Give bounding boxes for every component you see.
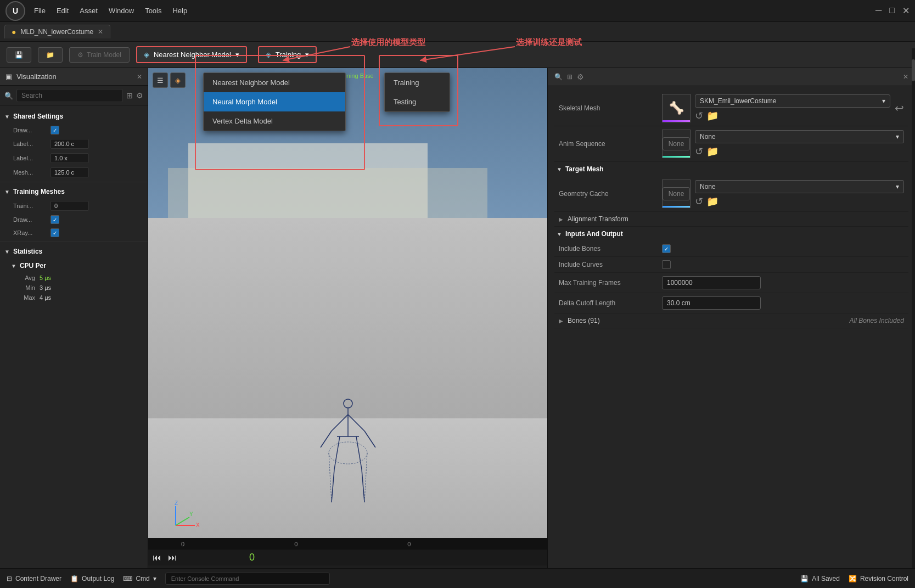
viewport-bg[interactable]: ☰ ◈ Training Base	[148, 68, 547, 568]
skeletal-mesh-reset-btn[interactable]: ↺	[695, 110, 703, 122]
alignment-transform-label: Alignment Transform	[568, 215, 628, 223]
viewport-menu-button[interactable]: ☰	[153, 72, 168, 88]
menu-edit[interactable]: Edit	[57, 7, 69, 15]
anim-sequence-controls: None None ▾ ↺ 📁	[662, 130, 904, 158]
console-input[interactable]	[165, 573, 330, 585]
viewport-perspective-button[interactable]: ◈	[170, 72, 186, 88]
label2-prop-row: Label... 1.0 x	[0, 151, 148, 165]
search-input[interactable]	[16, 89, 123, 102]
cpu-per-section[interactable]: ▼ CPU Per	[0, 259, 148, 273]
output-log-button[interactable]: 📋 Output Log	[70, 575, 114, 583]
inputs-output-label: Inputs And Output	[565, 230, 623, 238]
svg-text:Y: Y	[189, 511, 193, 517]
menu-tools[interactable]: Tools	[145, 7, 161, 15]
left-panel-content: ▼ Shared Settings Draw... ✓ Label... 200…	[0, 106, 148, 568]
skeletal-mesh-dropdown-arrow: ▾	[882, 97, 885, 105]
maximize-button[interactable]: □	[889, 5, 895, 16]
svg-line-4	[321, 431, 332, 447]
all-saved-button[interactable]: 💾 All Saved	[800, 575, 840, 583]
geo-browse-btn[interactable]: 📁	[706, 195, 718, 208]
alignment-transform-row[interactable]: ▶ Alignment Transform	[554, 212, 908, 227]
traini-value[interactable]: 0	[50, 201, 89, 211]
revision-control-button[interactable]: 🔀 Revision Control	[849, 575, 908, 583]
menu-file[interactable]: File	[34, 7, 46, 15]
anim-sequence-dropdown-area: None ▾ ↺ 📁	[695, 130, 904, 158]
divider2	[0, 242, 148, 242]
tab-mld-nn[interactable]: ● MLD_NN_lowerCostume ✕	[4, 25, 110, 38]
vis-close-button[interactable]: ✕	[137, 73, 142, 81]
label1-value[interactable]: 200.0 c	[50, 139, 89, 149]
inputs-output-section[interactable]: ▼ Inputs And Output	[554, 227, 908, 241]
model-option-vertex[interactable]: Vertex Delta Model	[204, 111, 345, 131]
alignment-transform-arrow: ▶	[559, 216, 563, 222]
play-back-button[interactable]: ⏮	[153, 553, 161, 563]
include-curves-checkbox[interactable]	[662, 260, 671, 269]
xray-label: XRay...	[13, 229, 46, 236]
model-type-dropdown[interactable]: ◈ Nearest Neighbor Model ▾	[136, 46, 247, 63]
draw2-checkbox[interactable]: ✓	[50, 215, 59, 224]
svg-text:Z: Z	[175, 501, 178, 506]
bones-row[interactable]: ▶ Bones (91) All Bones Included	[554, 313, 908, 328]
mode-option-training[interactable]: Training	[385, 73, 450, 92]
svg-line-18	[176, 517, 189, 525]
cmd-arrow: ▾	[153, 575, 156, 583]
model-option-neural[interactable]: Neural Morph Model	[204, 92, 345, 111]
menu-help[interactable]: Help	[172, 7, 187, 15]
shared-settings-section[interactable]: ▼ Shared Settings	[0, 109, 148, 124]
mesh-value[interactable]: 125.0 c	[50, 167, 89, 177]
minimize-button[interactable]: ─	[875, 5, 882, 16]
save-button[interactable]: 💾	[7, 47, 31, 63]
svg-line-13	[364, 453, 367, 502]
max-training-frames-label: Max Training Frames	[559, 279, 658, 287]
close-button[interactable]: ✕	[902, 5, 910, 16]
include-curves-row: Include Curves	[554, 257, 908, 273]
skeletal-mesh-dropdown[interactable]: SKM_Emil_lowerCostume ▾	[695, 94, 890, 108]
delta-cutoff-input[interactable]	[662, 296, 761, 310]
settings-icon: ⚙	[77, 51, 83, 59]
menu-window[interactable]: Window	[109, 7, 134, 15]
skeletal-mesh-browse-btn[interactable]: 📁	[706, 110, 718, 122]
layout-icon[interactable]: ⊞	[126, 91, 133, 100]
svg-point-11	[329, 442, 367, 464]
training-meshes-label: Training Meshes	[13, 188, 65, 195]
anim-sequence-thumbnail: None	[662, 130, 691, 158]
xray-checkbox[interactable]: ✓	[50, 228, 59, 237]
character-skeleton	[304, 393, 392, 513]
geo-reset-btn[interactable]: ↺	[695, 195, 703, 208]
cmd-button[interactable]: ⌨ Cmd ▾	[123, 575, 156, 583]
mode-dropdown[interactable]: ◈ Training ▾	[258, 46, 317, 63]
target-mesh-section[interactable]: ▼ Target Mesh	[554, 162, 908, 176]
right-panel-settings-icon[interactable]: ⚙	[577, 72, 584, 81]
open-button[interactable]: 📁	[38, 47, 63, 63]
menu-asset[interactable]: Asset	[80, 7, 98, 15]
max-training-frames-input[interactable]	[662, 276, 761, 289]
label2-value[interactable]: 1.0 x	[50, 153, 89, 163]
model-dropdown-arrow: ▾	[235, 51, 239, 59]
right-panel-layout-icon[interactable]: ⊞	[567, 73, 572, 81]
mode-icon: ◈	[266, 51, 271, 59]
right-panel-close-button[interactable]: ✕	[903, 73, 908, 81]
skeletal-mesh-undo-btn[interactable]: ↩	[895, 102, 904, 115]
anim-browse-btn[interactable]: 📁	[706, 145, 718, 158]
xray-prop-row: XRay... ✓	[0, 226, 148, 239]
timeline-numbers: 0 0 0	[148, 539, 547, 550]
filter-icon[interactable]: ⚙	[136, 91, 143, 100]
vis-icon: ▣	[5, 72, 12, 81]
statistics-section[interactable]: ▼ Statistics	[0, 244, 148, 259]
mode-option-testing[interactable]: Testing	[385, 92, 450, 111]
content-drawer-label: Content Drawer	[15, 575, 61, 583]
geometry-cache-dropdown[interactable]: None ▾	[695, 180, 904, 193]
draw-checkbox[interactable]: ✓	[50, 126, 59, 135]
settings-button[interactable]: ⚙ Train Model	[69, 47, 130, 63]
anim-sequence-dropdown[interactable]: None ▾	[695, 130, 904, 143]
training-meshes-section[interactable]: ▼ Training Meshes	[0, 184, 148, 199]
include-bones-checkbox[interactable]: ✓	[662, 244, 671, 253]
content-drawer-button[interactable]: ⊟ Content Drawer	[7, 575, 61, 583]
model-option-nearest[interactable]: Nearest Neighbor Model	[204, 73, 345, 92]
step-back-button[interactable]: ⏭	[168, 553, 177, 563]
revision-icon: 🔀	[849, 575, 857, 583]
left-panel-header: ▣ Visualization ✕	[0, 68, 148, 86]
anim-reset-btn[interactable]: ↺	[695, 145, 703, 158]
avg-label: Avg	[13, 275, 35, 281]
tab-close-button[interactable]: ✕	[98, 28, 103, 36]
